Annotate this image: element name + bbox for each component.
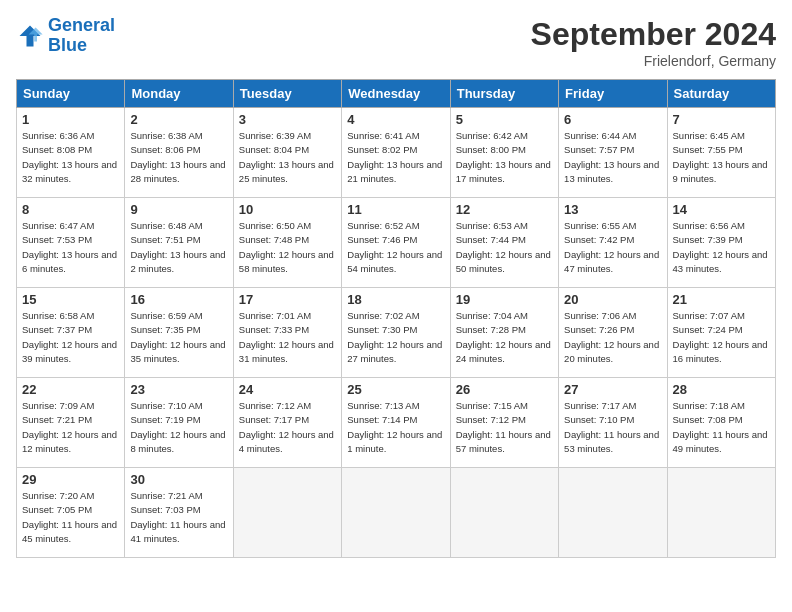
calendar: SundayMondayTuesdayWednesdayThursdayFrid…: [16, 79, 776, 558]
day-number: 19: [456, 292, 553, 307]
day-info: Sunrise: 7:01 AMSunset: 7:33 PMDaylight:…: [239, 309, 336, 366]
calendar-cell: 3Sunrise: 6:39 AMSunset: 8:04 PMDaylight…: [233, 108, 341, 198]
calendar-cell: 28Sunrise: 7:18 AMSunset: 7:08 PMDayligh…: [667, 378, 775, 468]
logo-icon: [16, 22, 44, 50]
day-info: Sunrise: 6:52 AMSunset: 7:46 PMDaylight:…: [347, 219, 444, 276]
day-info: Sunrise: 6:53 AMSunset: 7:44 PMDaylight:…: [456, 219, 553, 276]
weekday-header-sunday: Sunday: [17, 80, 125, 108]
day-number: 17: [239, 292, 336, 307]
calendar-cell: 15Sunrise: 6:58 AMSunset: 7:37 PMDayligh…: [17, 288, 125, 378]
day-number: 27: [564, 382, 661, 397]
day-number: 3: [239, 112, 336, 127]
day-number: 20: [564, 292, 661, 307]
calendar-cell: [667, 468, 775, 558]
day-number: 7: [673, 112, 770, 127]
header: General Blue September 2024 Frielendorf,…: [16, 16, 776, 69]
day-info: Sunrise: 7:18 AMSunset: 7:08 PMDaylight:…: [673, 399, 770, 456]
calendar-cell: [559, 468, 667, 558]
calendar-cell: 9Sunrise: 6:48 AMSunset: 7:51 PMDaylight…: [125, 198, 233, 288]
calendar-cell: 1Sunrise: 6:36 AMSunset: 8:08 PMDaylight…: [17, 108, 125, 198]
day-info: Sunrise: 6:39 AMSunset: 8:04 PMDaylight:…: [239, 129, 336, 186]
weekday-header-row: SundayMondayTuesdayWednesdayThursdayFrid…: [17, 80, 776, 108]
day-number: 10: [239, 202, 336, 217]
calendar-cell: 7Sunrise: 6:45 AMSunset: 7:55 PMDaylight…: [667, 108, 775, 198]
calendar-cell: [233, 468, 341, 558]
day-number: 23: [130, 382, 227, 397]
day-info: Sunrise: 6:55 AMSunset: 7:42 PMDaylight:…: [564, 219, 661, 276]
day-number: 26: [456, 382, 553, 397]
calendar-cell: 25Sunrise: 7:13 AMSunset: 7:14 PMDayligh…: [342, 378, 450, 468]
day-info: Sunrise: 6:45 AMSunset: 7:55 PMDaylight:…: [673, 129, 770, 186]
day-info: Sunrise: 7:02 AMSunset: 7:30 PMDaylight:…: [347, 309, 444, 366]
day-info: Sunrise: 6:44 AMSunset: 7:57 PMDaylight:…: [564, 129, 661, 186]
day-number: 2: [130, 112, 227, 127]
calendar-cell: [342, 468, 450, 558]
calendar-cell: 8Sunrise: 6:47 AMSunset: 7:53 PMDaylight…: [17, 198, 125, 288]
calendar-cell: 24Sunrise: 7:12 AMSunset: 7:17 PMDayligh…: [233, 378, 341, 468]
week-row-4: 29Sunrise: 7:20 AMSunset: 7:05 PMDayligh…: [17, 468, 776, 558]
day-info: Sunrise: 6:56 AMSunset: 7:39 PMDaylight:…: [673, 219, 770, 276]
calendar-cell: 26Sunrise: 7:15 AMSunset: 7:12 PMDayligh…: [450, 378, 558, 468]
week-row-2: 15Sunrise: 6:58 AMSunset: 7:37 PMDayligh…: [17, 288, 776, 378]
calendar-cell: 12Sunrise: 6:53 AMSunset: 7:44 PMDayligh…: [450, 198, 558, 288]
calendar-cell: 11Sunrise: 6:52 AMSunset: 7:46 PMDayligh…: [342, 198, 450, 288]
day-number: 29: [22, 472, 119, 487]
day-number: 16: [130, 292, 227, 307]
calendar-cell: 6Sunrise: 6:44 AMSunset: 7:57 PMDaylight…: [559, 108, 667, 198]
location-title: Frielendorf, Germany: [531, 53, 776, 69]
day-info: Sunrise: 7:15 AMSunset: 7:12 PMDaylight:…: [456, 399, 553, 456]
weekday-header-thursday: Thursday: [450, 80, 558, 108]
calendar-cell: 21Sunrise: 7:07 AMSunset: 7:24 PMDayligh…: [667, 288, 775, 378]
day-number: 8: [22, 202, 119, 217]
calendar-cell: 20Sunrise: 7:06 AMSunset: 7:26 PMDayligh…: [559, 288, 667, 378]
month-title: September 2024: [531, 16, 776, 53]
day-number: 28: [673, 382, 770, 397]
logo: General Blue: [16, 16, 115, 56]
day-number: 25: [347, 382, 444, 397]
day-number: 5: [456, 112, 553, 127]
calendar-cell: 5Sunrise: 6:42 AMSunset: 8:00 PMDaylight…: [450, 108, 558, 198]
calendar-cell: 30Sunrise: 7:21 AMSunset: 7:03 PMDayligh…: [125, 468, 233, 558]
day-info: Sunrise: 6:38 AMSunset: 8:06 PMDaylight:…: [130, 129, 227, 186]
day-number: 4: [347, 112, 444, 127]
day-info: Sunrise: 6:50 AMSunset: 7:48 PMDaylight:…: [239, 219, 336, 276]
calendar-cell: [450, 468, 558, 558]
week-row-3: 22Sunrise: 7:09 AMSunset: 7:21 PMDayligh…: [17, 378, 776, 468]
weekday-header-saturday: Saturday: [667, 80, 775, 108]
weekday-header-tuesday: Tuesday: [233, 80, 341, 108]
day-info: Sunrise: 6:58 AMSunset: 7:37 PMDaylight:…: [22, 309, 119, 366]
day-number: 15: [22, 292, 119, 307]
calendar-cell: 4Sunrise: 6:41 AMSunset: 8:02 PMDaylight…: [342, 108, 450, 198]
day-number: 24: [239, 382, 336, 397]
day-info: Sunrise: 7:12 AMSunset: 7:17 PMDaylight:…: [239, 399, 336, 456]
day-info: Sunrise: 7:17 AMSunset: 7:10 PMDaylight:…: [564, 399, 661, 456]
day-info: Sunrise: 7:07 AMSunset: 7:24 PMDaylight:…: [673, 309, 770, 366]
week-row-0: 1Sunrise: 6:36 AMSunset: 8:08 PMDaylight…: [17, 108, 776, 198]
calendar-cell: 16Sunrise: 6:59 AMSunset: 7:35 PMDayligh…: [125, 288, 233, 378]
day-info: Sunrise: 7:06 AMSunset: 7:26 PMDaylight:…: [564, 309, 661, 366]
day-number: 13: [564, 202, 661, 217]
day-number: 11: [347, 202, 444, 217]
calendar-cell: 17Sunrise: 7:01 AMSunset: 7:33 PMDayligh…: [233, 288, 341, 378]
day-info: Sunrise: 6:41 AMSunset: 8:02 PMDaylight:…: [347, 129, 444, 186]
weekday-header-wednesday: Wednesday: [342, 80, 450, 108]
weekday-header-friday: Friday: [559, 80, 667, 108]
day-info: Sunrise: 7:04 AMSunset: 7:28 PMDaylight:…: [456, 309, 553, 366]
logo-text: General Blue: [48, 16, 115, 56]
calendar-cell: 14Sunrise: 6:56 AMSunset: 7:39 PMDayligh…: [667, 198, 775, 288]
day-number: 6: [564, 112, 661, 127]
title-area: September 2024 Frielendorf, Germany: [531, 16, 776, 69]
svg-marker-1: [20, 25, 41, 46]
calendar-cell: 29Sunrise: 7:20 AMSunset: 7:05 PMDayligh…: [17, 468, 125, 558]
day-number: 18: [347, 292, 444, 307]
day-number: 12: [456, 202, 553, 217]
day-number: 22: [22, 382, 119, 397]
day-info: Sunrise: 7:20 AMSunset: 7:05 PMDaylight:…: [22, 489, 119, 546]
day-number: 21: [673, 292, 770, 307]
day-info: Sunrise: 7:10 AMSunset: 7:19 PMDaylight:…: [130, 399, 227, 456]
day-info: Sunrise: 7:09 AMSunset: 7:21 PMDaylight:…: [22, 399, 119, 456]
day-info: Sunrise: 6:59 AMSunset: 7:35 PMDaylight:…: [130, 309, 227, 366]
calendar-cell: 10Sunrise: 6:50 AMSunset: 7:48 PMDayligh…: [233, 198, 341, 288]
calendar-cell: 22Sunrise: 7:09 AMSunset: 7:21 PMDayligh…: [17, 378, 125, 468]
calendar-cell: 19Sunrise: 7:04 AMSunset: 7:28 PMDayligh…: [450, 288, 558, 378]
